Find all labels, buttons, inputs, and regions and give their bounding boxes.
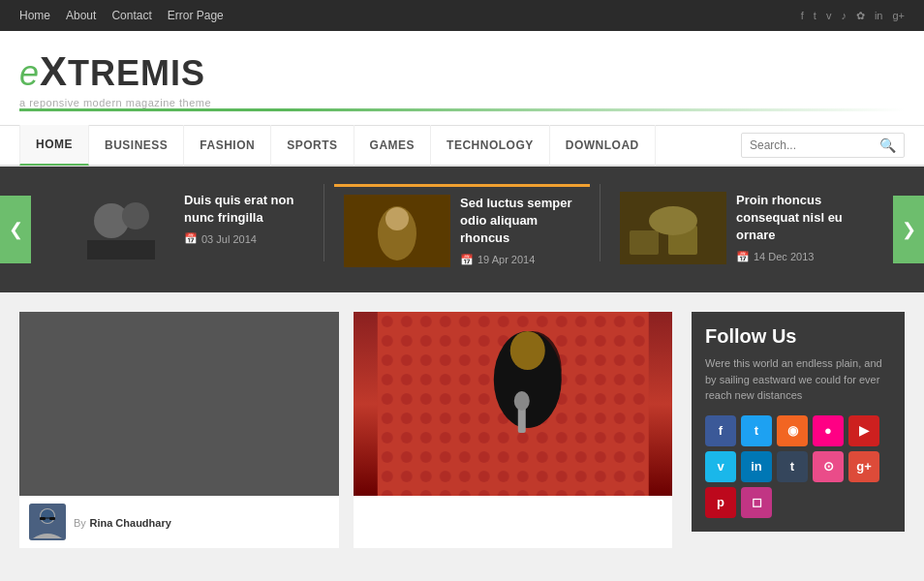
content-area: By Rina Chaudhary: [0, 292, 924, 567]
svg-point-6: [385, 207, 409, 230]
dribbble-icon[interactable]: ✿: [856, 10, 865, 22]
social-rss[interactable]: ◉: [777, 415, 808, 446]
slide-info-1: Duis quis erat non nunc fringilla 📅 03 J…: [184, 192, 304, 245]
social-instagram[interactable]: ◻: [741, 487, 772, 518]
calendar-icon-3: 📅: [736, 251, 750, 263]
slide-divider-1: [323, 184, 324, 261]
svg-point-12: [102, 341, 179, 418]
slide-info-2: Sed luctus semper odio aliquam rhoncus 📅…: [460, 195, 580, 266]
svg-point-14: [150, 375, 208, 433]
slide-date-2: 📅 19 Apr 2014: [460, 254, 580, 266]
logo-e: e: [19, 53, 40, 93]
slide-title-1: Duis quis erat non nunc fringilla: [184, 192, 304, 227]
nav-error[interactable]: Error Page: [168, 9, 224, 22]
calendar-icon-2: 📅: [460, 254, 474, 266]
linkedin-icon[interactable]: in: [875, 10, 883, 21]
svg-rect-3: [87, 240, 155, 260]
svg-point-31: [513, 391, 529, 411]
slider-item-2: Sed luctus semper odio aliquam rhoncus 📅…: [334, 184, 590, 275]
social-facebook[interactable]: f: [705, 415, 736, 446]
nav-home[interactable]: Home: [19, 9, 50, 22]
facebook-icon[interactable]: f: [801, 10, 804, 21]
nav-contact[interactable]: Contact: [111, 9, 151, 22]
slider-prev-button[interactable]: ❮: [0, 196, 31, 263]
slide-2-svg: [344, 195, 450, 267]
svg-point-29: [509, 331, 544, 370]
svg-point-13: [165, 336, 232, 404]
logo-rest: TREMIS: [68, 53, 205, 93]
follow-us-title: Follow Us: [705, 325, 891, 348]
svg-rect-20: [40, 517, 46, 520]
social-tumblr[interactable]: t: [777, 451, 808, 482]
social-youtube[interactable]: ▶: [848, 415, 879, 446]
top-bar-social: f t v ♪ ✿ in g+: [801, 10, 905, 22]
gplus-icon[interactable]: g+: [892, 10, 905, 21]
slider-next-button[interactable]: ❯: [893, 196, 924, 263]
nav-about[interactable]: About: [66, 9, 96, 22]
social-vimeo[interactable]: v: [705, 451, 736, 482]
music-icon[interactable]: ♪: [841, 10, 847, 21]
nav-sports[interactable]: SPORTS: [271, 125, 354, 166]
social-linkedin[interactable]: in: [741, 451, 772, 482]
article-card-2: [354, 312, 673, 548]
article-footer-1: By Rina Chaudhary: [19, 496, 339, 548]
social-twitter[interactable]: t: [741, 415, 772, 446]
social-dribbble[interactable]: ⊙: [813, 451, 844, 482]
slide-image-3: [620, 192, 726, 264]
twitter-icon[interactable]: t: [814, 10, 816, 21]
search-input[interactable]: [750, 138, 876, 152]
slide-divider-2: [600, 184, 601, 261]
author-avatar-1: [29, 504, 66, 540]
svg-rect-21: [49, 517, 55, 520]
follow-us-box: Follow Us Were this world an endless pla…: [692, 312, 905, 532]
svg-rect-15: [44, 438, 315, 496]
main-nav: HOME BUSINESS FASHION SPORTS GAMES TECHN…: [0, 126, 924, 167]
vimeo-icon[interactable]: v: [826, 10, 832, 21]
svg-point-19: [41, 509, 54, 523]
svg-rect-11: [44, 312, 315, 496]
slide-image-1: [68, 192, 174, 264]
avatar-svg: [29, 504, 66, 540]
social-grid: f t ◉ ● ▶ v in t ⊙ g+ p ◻: [705, 415, 891, 518]
by-label-1: By: [74, 517, 86, 529]
author-name-1: Rina Chaudhary: [89, 517, 170, 529]
slide-title-2: Sed luctus semper odio aliquam rhoncus: [460, 195, 580, 248]
follow-us-desc: Were this world an endless plain, and by…: [705, 355, 891, 404]
nav-technology[interactable]: TECHNOLOGY: [431, 125, 550, 166]
social-pinterest[interactable]: p: [705, 487, 736, 518]
logo-tagline: a reponsive modern magazine theme: [19, 97, 905, 108]
svg-point-16: [77, 360, 165, 447]
nav-business[interactable]: BUSINESS: [89, 125, 184, 166]
logo: eXTREMIS: [19, 48, 905, 95]
svg-rect-8: [630, 230, 659, 255]
article-card-1: By Rina Chaudhary: [19, 312, 339, 548]
logo-area: eXTREMIS a reponsive modern magazine the…: [0, 31, 924, 126]
slide-3-svg: [620, 192, 726, 264]
calendar-icon-1: 📅: [184, 232, 198, 245]
slide-image-2: [344, 195, 450, 267]
nav-fashion[interactable]: FASHION: [184, 125, 271, 166]
singer-img-svg: [354, 312, 673, 496]
svg-point-10: [649, 206, 697, 235]
logo-x: X: [40, 48, 68, 94]
nav-home-main[interactable]: HOME: [19, 125, 89, 166]
top-bar-nav: Home About Contact Error Page: [19, 9, 224, 22]
slide-date-3: 📅 14 Dec 2013: [736, 251, 856, 263]
header-green-line: [19, 108, 905, 111]
nav-download[interactable]: DOWNLOAD: [550, 125, 656, 166]
slide-date-1: 📅 03 Jul 2014: [184, 232, 304, 245]
author-label-1: By Rina Chaudhary: [74, 515, 171, 530]
slider-item-1: Duis quis erat non nunc fringilla 📅 03 J…: [58, 184, 314, 275]
sidebar: Follow Us Were this world an endless pla…: [692, 312, 905, 548]
article-img-1: [19, 312, 339, 496]
main-content: By Rina Chaudhary: [19, 312, 672, 548]
top-bar: Home About Contact Error Page f t v ♪ ✿ …: [0, 0, 924, 31]
slider-items: Duis quis erat non nunc fringilla 📅 03 J…: [58, 184, 866, 275]
nav-games[interactable]: GAMES: [354, 125, 432, 166]
slider-item-3: Proin rhoncus consequat nisl eu ornare 📅…: [610, 184, 866, 275]
svg-point-2: [122, 202, 149, 229]
social-gplus[interactable]: g+: [848, 451, 879, 482]
social-flickr[interactable]: ●: [813, 415, 844, 446]
article-img-2: [354, 312, 673, 496]
search-icon[interactable]: 🔍: [879, 138, 896, 153]
